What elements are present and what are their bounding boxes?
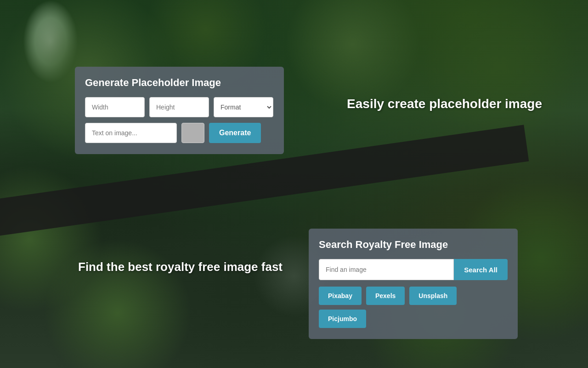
search-row: Search All [319, 259, 508, 280]
text-on-image-input[interactable] [85, 123, 177, 143]
search-card-title: Search Royalty Free Image [319, 239, 508, 251]
tagline-royalty: Find the best royalty free image fast [78, 260, 283, 274]
generate-button[interactable]: Generate [209, 123, 261, 143]
generate-card: Generate Placeholder Image Format JPG PN… [75, 67, 284, 154]
pixabay-button[interactable]: Pixabay [319, 287, 362, 305]
search-card: Search Royalty Free Image Search All Pix… [309, 229, 518, 339]
width-input[interactable] [85, 97, 145, 117]
generate-form-row-2: Generate [85, 123, 274, 143]
generate-card-title: Generate Placeholder Image [85, 77, 274, 89]
format-select[interactable]: Format JPG PNG GIF WebP [214, 97, 273, 117]
generate-form-row-1: Format JPG PNG GIF WebP [85, 97, 274, 117]
height-input[interactable] [149, 97, 209, 117]
source-buttons: Pixabay Pexels Unsplash Picjumbo [319, 287, 508, 328]
pexels-button[interactable]: Pexels [366, 287, 405, 305]
search-input[interactable] [319, 259, 454, 280]
search-all-button[interactable]: Search All [454, 259, 508, 280]
page-content: Generate Placeholder Image Format JPG PN… [0, 0, 588, 368]
picjumbo-button[interactable]: Picjumbo [319, 310, 366, 328]
tagline-placeholder: Easily create placeholder image [347, 97, 542, 111]
unsplash-button[interactable]: Unsplash [409, 287, 457, 305]
color-swatch[interactable] [181, 123, 204, 143]
